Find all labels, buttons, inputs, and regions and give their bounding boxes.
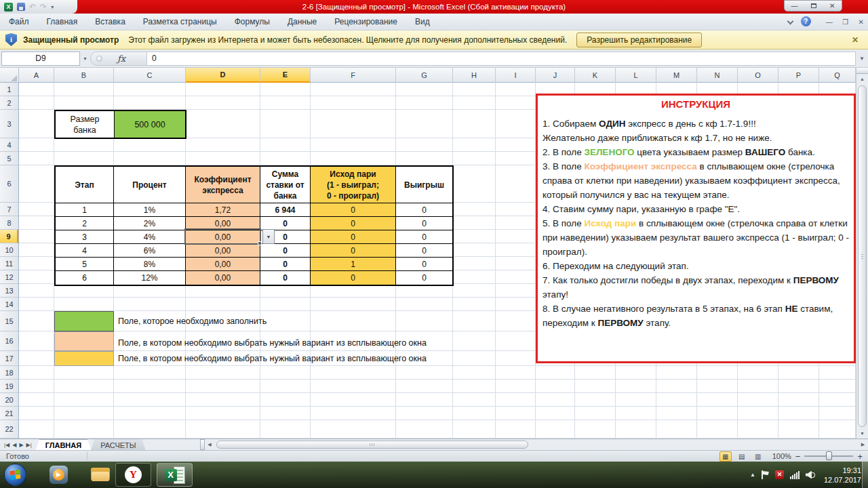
column-header[interactable]: L (616, 68, 656, 83)
horizontal-scroll-thumb[interactable] (216, 441, 528, 449)
page-break-view-button[interactable]: ▥ (752, 451, 764, 462)
cell-win[interactable]: 0 (396, 258, 452, 271)
workbook-close-button[interactable]: ✕ (859, 18, 864, 26)
bank-label-cell[interactable]: Размер банка (56, 111, 115, 138)
cell-stake[interactable]: 0 (260, 244, 311, 258)
zoom-in-icon[interactable]: + (857, 452, 863, 461)
vertical-scrollbar[interactable]: ▲ ▼ (856, 68, 868, 439)
column-header[interactable]: Q (819, 68, 856, 83)
normal-view-button[interactable]: ▦ (719, 451, 732, 462)
cell-coefficient[interactable]: 0,00 (186, 244, 260, 258)
cell-percent[interactable]: 1% (114, 203, 186, 217)
tray-clock[interactable]: 19:31 12.07.2017 (824, 466, 861, 485)
bank-value-cell[interactable]: 500 000 (115, 111, 185, 138)
cell-outcome[interactable]: 1 (311, 258, 396, 271)
row-header[interactable]: 18 (0, 366, 18, 380)
zoom-out-icon[interactable]: − (795, 452, 801, 461)
selected-cell-d9[interactable] (184, 228, 261, 245)
cell-stage[interactable]: 2 (56, 217, 114, 230)
network-signal-icon[interactable] (790, 471, 800, 479)
restore-button[interactable] (811, 3, 816, 8)
scroll-down-icon[interactable]: ▼ (856, 428, 868, 439)
row-header[interactable]: 14 (0, 298, 18, 311)
column-header[interactable]: M (656, 68, 697, 83)
column-header[interactable]: G (396, 68, 453, 83)
scroll-up-icon[interactable]: ▲ (856, 74, 868, 84)
cell-percent[interactable]: 12% (114, 271, 186, 285)
ribbon-tab[interactable]: Главная (38, 14, 87, 30)
action-center-flag-icon[interactable] (762, 470, 769, 479)
row-header[interactable]: 3 (0, 110, 18, 138)
column-header[interactable]: B (54, 68, 114, 83)
excel-app-icon[interactable]: X (4, 3, 13, 12)
row-header[interactable]: 2 (0, 96, 18, 110)
ribbon-tab[interactable]: Файл (0, 14, 38, 30)
cell-win[interactable]: 0 (396, 244, 452, 258)
tray-expand-icon[interactable]: ▲ (750, 472, 755, 478)
next-sheet-icon[interactable]: ▶ (19, 442, 23, 448)
row-header[interactable]: 20 (0, 393, 18, 407)
row-header[interactable]: 21 (0, 407, 18, 420)
cell-win[interactable]: 0 (396, 203, 452, 217)
row-header[interactable]: 15 (0, 311, 18, 331)
scroll-right-icon[interactable]: ▶ (858, 439, 868, 450)
ribbon-tab[interactable]: Рецензирование (326, 14, 406, 30)
formula-bar-expand-icon[interactable]: ▼ (856, 56, 868, 62)
cell-percent[interactable]: 6% (114, 244, 186, 258)
ribbon-tab[interactable]: Вид (406, 14, 439, 30)
cell-stage[interactable]: 3 (56, 230, 114, 244)
sheet-tab-raschety[interactable]: РАСЧЕТЫ (91, 439, 145, 450)
save-icon[interactable] (17, 3, 25, 11)
cell-stake[interactable]: 0 (260, 258, 311, 271)
cell-percent[interactable]: 4% (114, 230, 186, 244)
page-layout-view-button[interactable]: ▤ (736, 451, 748, 462)
validation-dropdown-button[interactable]: ▼ (262, 229, 275, 244)
ribbon-tab[interactable]: Формулы (226, 14, 279, 30)
table-header-cell[interactable]: Этап (56, 167, 114, 203)
column-header[interactable]: O (738, 68, 778, 83)
cell-outcome[interactable]: 0 (311, 203, 396, 217)
select-all-corner[interactable] (0, 68, 19, 83)
prev-sheet-icon[interactable]: ◀ (12, 442, 16, 448)
close-button[interactable]: ✕ (829, 3, 835, 9)
column-header[interactable]: P (778, 68, 819, 83)
row-header[interactable]: 13 (0, 284, 18, 298)
ribbon-collapse-icon[interactable] (787, 18, 793, 24)
horizontal-scrollbar[interactable] (215, 439, 856, 450)
enable-editing-button[interactable]: Разрешить редактирование (576, 33, 702, 47)
banner-close-icon[interactable]: ✕ (852, 35, 859, 45)
row-header[interactable]: 10 (0, 243, 18, 257)
antivirus-icon[interactable]: ✕ (775, 470, 784, 479)
cell-coefficient[interactable]: 1,72 (186, 203, 260, 217)
row-header[interactable]: 9 (0, 230, 18, 243)
row-header[interactable]: 19 (0, 380, 18, 393)
undo-icon[interactable]: ↶ (29, 3, 36, 11)
qat-dropdown-icon[interactable]: ▾ (51, 4, 54, 10)
zoom-slider[interactable] (804, 455, 853, 457)
spreadsheet-grid[interactable]: 12345678910111213141516171819202122 Разм… (0, 83, 856, 439)
row-header[interactable]: 1 (0, 83, 18, 96)
ribbon-tab[interactable]: Данные (279, 14, 326, 30)
cell-coefficient[interactable]: 0,00 (186, 271, 260, 285)
row-header[interactable]: 11 (0, 257, 18, 270)
cell-coefficient[interactable]: 0,00 (186, 258, 260, 271)
cell-outcome[interactable]: 0 (311, 271, 396, 285)
workbook-restore-button[interactable]: ❒ (842, 18, 848, 26)
taskbar-media-player-icon[interactable]: ▶ (50, 466, 68, 484)
taskbar-yandex-browser-button[interactable]: Y (115, 463, 151, 487)
show-desktop-button[interactable] (862, 462, 868, 488)
cell-stage[interactable]: 1 (56, 203, 114, 217)
row-header[interactable]: 4 (0, 138, 18, 152)
column-header[interactable]: N (697, 68, 738, 83)
cell-stake[interactable]: 6 944 (260, 203, 311, 217)
column-header[interactable]: I (496, 68, 536, 83)
row-header[interactable]: 5 (0, 152, 18, 165)
help-icon[interactable]: ? (801, 16, 811, 26)
row-header[interactable]: 16 (0, 331, 18, 351)
row-header[interactable]: 17 (0, 351, 18, 366)
sheet-tab-glavnaya[interactable]: ГЛАВНАЯ (36, 439, 91, 450)
table-header-cell[interactable]: Коэффициент экспресса (186, 167, 260, 203)
ribbon-tab[interactable]: Вставка (86, 14, 134, 30)
cell-percent[interactable]: 8% (114, 258, 186, 271)
redo-icon[interactable]: ↷ (40, 3, 47, 11)
